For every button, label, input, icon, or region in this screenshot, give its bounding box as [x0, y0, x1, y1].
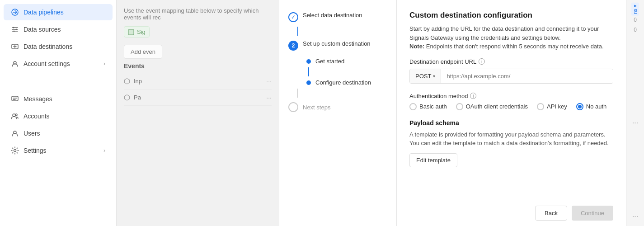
- url-input-row: POST ▾: [409, 69, 613, 84]
- auth-section: Authentication method i Basic auth OAuth…: [409, 93, 613, 110]
- event-dots-menu[interactable]: ···: [266, 78, 272, 85]
- wizard-panel: ✓ Select data destination 2 Set up custo…: [279, 0, 397, 226]
- signal-badge: Sig: [124, 26, 150, 38]
- signal-label: Sig: [137, 28, 146, 35]
- svg-point-10: [14, 150, 16, 152]
- radio-circle: [537, 103, 544, 110]
- radio-circle-selected: [576, 103, 583, 110]
- sidebar: Data pipelines Data sources Data destina…: [0, 0, 117, 226]
- chevron-right-icon: ›: [103, 147, 105, 154]
- event-icon: ⬡: [124, 93, 130, 102]
- event-name: Inp: [134, 78, 142, 85]
- wizard-step-next-steps: Next steps: [279, 98, 396, 117]
- endpoint-label: Destination endpoint URL i: [409, 58, 613, 65]
- radio-api-key[interactable]: API key: [537, 103, 567, 110]
- messages-icon: [11, 95, 19, 103]
- payload-title: Payload schema: [409, 119, 613, 127]
- svg-point-2: [16, 29, 17, 30]
- account-settings-icon: [11, 60, 19, 68]
- event-dots-menu[interactable]: ···: [266, 94, 272, 101]
- sidebar-item-label: Users: [24, 130, 105, 137]
- sidebar-item-settings[interactable]: Settings ›: [4, 142, 113, 159]
- accounts-icon: [11, 112, 19, 120]
- config-description: Start by adding the URL for the data des…: [409, 24, 613, 51]
- edge-count-2: 0: [634, 27, 637, 33]
- sidebar-item-label: Data pipelines: [24, 9, 105, 16]
- radio-oauth[interactable]: OAuth client credentials: [456, 103, 528, 110]
- config-title: Custom destination configuration: [409, 11, 613, 20]
- svg-point-3: [14, 31, 15, 32]
- radio-basic-auth[interactable]: Basic auth: [409, 103, 447, 110]
- sidebar-item-data-destinations[interactable]: Data destinations: [4, 38, 113, 55]
- step-label-next-steps: Next steps: [303, 104, 330, 111]
- sidebar-item-label: Accounts: [24, 113, 105, 120]
- method-chevron-icon: ▾: [433, 74, 435, 79]
- edge-badge: ns ▾: [631, 3, 639, 16]
- edge-dots-menu-1[interactable]: ···: [632, 119, 638, 127]
- event-name: Pa: [134, 94, 141, 101]
- svg-rect-6: [12, 96, 18, 101]
- note-text: Endpoints that don't respond within 5 se…: [424, 43, 603, 50]
- substep-label-configure-destination: Configure destination: [315, 79, 371, 86]
- radio-no-auth[interactable]: No auth: [576, 103, 607, 110]
- config-panel: Custom destination configuration Start b…: [397, 0, 626, 226]
- svg-point-1: [13, 27, 14, 28]
- auth-info-icon[interactable]: i: [470, 93, 476, 99]
- auth-label: Authentication method i: [409, 93, 613, 99]
- users-icon: [11, 129, 19, 137]
- right-edge-panel: ns ▾ 0 0 ··· ···: [626, 0, 644, 226]
- svg-rect-11: [128, 29, 134, 35]
- chevron-right-icon: ›: [103, 61, 105, 67]
- auth-radio-group: Basic auth OAuth client credentials API …: [409, 103, 613, 110]
- method-select[interactable]: POST ▾: [410, 69, 441, 83]
- wizard-step-select-destination: ✓ Select data destination: [279, 7, 396, 27]
- event-icon: ⬡: [124, 77, 130, 85]
- event-row: ⬡ Pa ···: [124, 89, 272, 106]
- sidebar-item-users[interactable]: Users: [4, 125, 113, 141]
- radio-circle: [409, 103, 417, 110]
- sidebar-item-label: Settings: [24, 147, 99, 154]
- data-sources-icon: [11, 25, 19, 33]
- sidebar-item-label: Data sources: [24, 26, 105, 33]
- radio-circle: [456, 103, 463, 110]
- sidebar-item-data-sources[interactable]: Data sources: [4, 21, 113, 38]
- svg-point-7: [13, 114, 15, 117]
- note-label: Note:: [409, 43, 424, 50]
- middle-panel: Use the event mapping table below to spe…: [117, 0, 279, 226]
- step-label: Select data destination: [303, 12, 362, 19]
- edge-dots-menu-2[interactable]: ···: [632, 212, 638, 221]
- payload-section: Payload schema A template is provided fo…: [409, 119, 613, 167]
- add-event-button[interactable]: Add even: [124, 45, 162, 59]
- sidebar-item-data-pipelines[interactable]: Data pipelines: [4, 4, 113, 20]
- edge-count-1: 0: [634, 17, 637, 23]
- back-button[interactable]: Back: [535, 206, 567, 221]
- main-area: Use the event mapping table below to spe…: [117, 0, 644, 226]
- sidebar-item-label: Account settings: [24, 60, 99, 67]
- config-footer: Back Continue: [601, 200, 626, 226]
- step-active-number: 2: [288, 41, 298, 51]
- event-row: ⬡ Inp ···: [124, 73, 272, 89]
- middle-description: Use the event mapping table below to spe…: [124, 7, 272, 21]
- events-header: Events: [124, 62, 272, 70]
- continue-button[interactable]: Continue: [572, 206, 613, 221]
- sidebar-item-account-settings[interactable]: Account settings ›: [4, 56, 113, 72]
- edit-template-button[interactable]: Edit template: [409, 153, 457, 167]
- settings-icon: [11, 146, 19, 155]
- method-label: POST: [415, 73, 431, 80]
- sidebar-item-label: Messages: [24, 95, 105, 103]
- step-check-icon: ✓: [288, 12, 298, 22]
- sidebar-item-accounts[interactable]: Accounts: [4, 108, 113, 124]
- url-input[interactable]: [441, 69, 613, 83]
- data-destinations-icon: [11, 42, 19, 51]
- data-pipelines-icon: [11, 8, 19, 16]
- sidebar-item-label: Data destinations: [24, 43, 105, 50]
- wizard-step-setup-custom: 2 Set up custom destination: [279, 36, 396, 55]
- step-label: Set up custom destination: [303, 40, 371, 47]
- endpoint-info-icon[interactable]: i: [479, 58, 485, 65]
- substep-label-get-started: Get started: [315, 58, 344, 65]
- payload-description: A template is provided for formatting yo…: [409, 130, 613, 148]
- sidebar-item-messages[interactable]: Messages: [4, 91, 113, 107]
- svg-point-8: [15, 114, 17, 116]
